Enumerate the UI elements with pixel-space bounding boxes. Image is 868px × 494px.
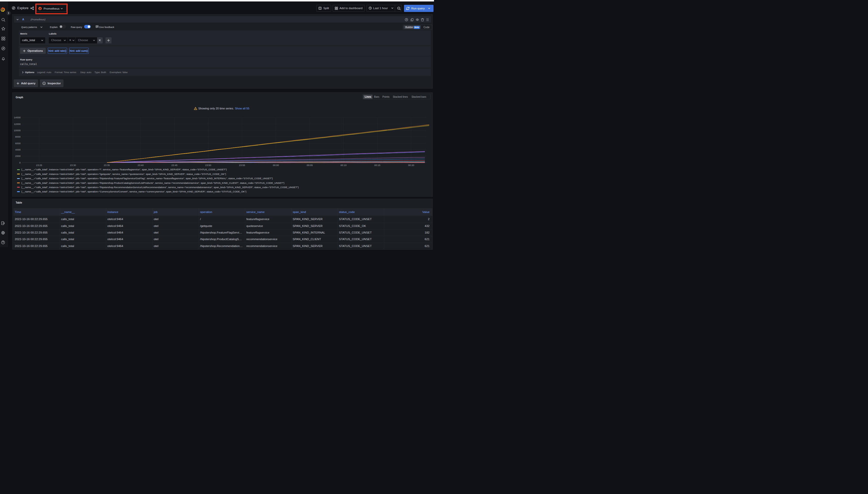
svg-text:10000: 10000	[14, 129, 20, 132]
svg-text:14000: 14000	[14, 116, 20, 119]
svg-text:23:35: 23:35	[104, 164, 110, 167]
svg-text:2000: 2000	[15, 155, 20, 157]
svg-text:00:05: 00:05	[306, 164, 312, 167]
svg-text:23:25: 23:25	[36, 164, 42, 167]
svg-text:0: 0	[19, 161, 20, 164]
svg-text:6000: 6000	[15, 142, 20, 145]
svg-text:23:55: 23:55	[239, 164, 245, 167]
svg-text:23:45: 23:45	[171, 164, 177, 167]
svg-text:23:50: 23:50	[205, 164, 211, 167]
svg-text:12000: 12000	[14, 122, 20, 126]
svg-text:23:40: 23:40	[138, 164, 144, 167]
svg-text:00:00: 00:00	[273, 164, 279, 167]
svg-text:23:30: 23:30	[70, 164, 76, 167]
svg-text:8000: 8000	[15, 135, 20, 138]
svg-text:4000: 4000	[15, 148, 20, 151]
svg-text:00:10: 00:10	[341, 164, 347, 167]
svg-text:00:15: 00:15	[374, 164, 380, 167]
svg-text:00:20: 00:20	[408, 164, 414, 167]
